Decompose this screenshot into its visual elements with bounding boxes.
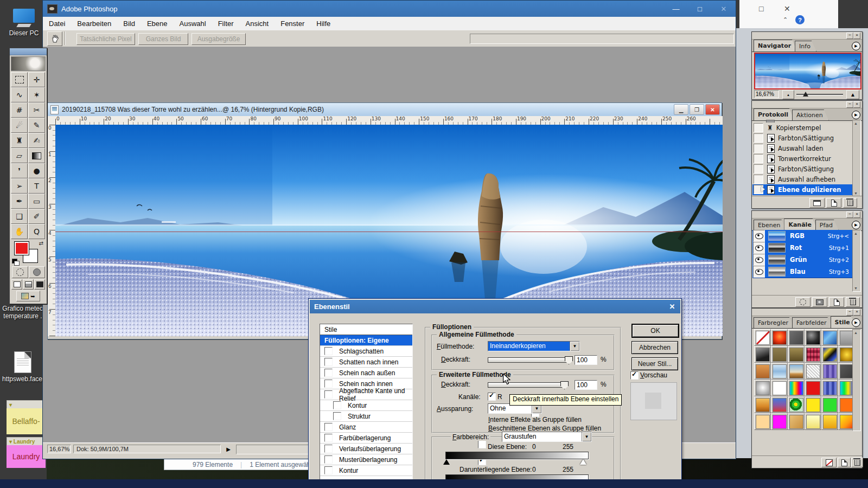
- style-swatch-blue-red[interactable]: [771, 396, 788, 413]
- tool-rect-marquee[interactable]: [11, 72, 28, 87]
- bg-maximize-icon[interactable]: □: [759, 4, 763, 13]
- channel-row-rot[interactable]: RotStrg+1: [752, 242, 853, 254]
- palette-minimize-icon[interactable]: −: [846, 33, 853, 39]
- tool-type[interactable]: T: [28, 178, 45, 194]
- style-swatch-red[interactable]: [805, 380, 821, 396]
- fill-opacity-slider-thumb[interactable]: [560, 381, 569, 389]
- zoom-slider-thumb[interactable]: [803, 92, 808, 97]
- photoshop-titlebar[interactable]: Adobe Photoshop — □ ✕: [43, 1, 736, 17]
- style-swatch-red-plaid[interactable]: [805, 346, 821, 363]
- styles-list-header[interactable]: Stile: [320, 324, 412, 335]
- zoom-out-button[interactable]: ▴: [782, 90, 794, 99]
- channels-scrollbar[interactable]: ▲▼: [852, 230, 861, 292]
- status-zoom-field[interactable]: 16,67%: [47, 445, 71, 453]
- palette-menu-icon[interactable]: ▶: [852, 318, 860, 327]
- opacity-slider-thumb[interactable]: [565, 356, 573, 364]
- channel-r-checkbox[interactable]: [488, 393, 496, 401]
- effect-checkbox[interactable]: [324, 369, 333, 377]
- tab-ebenen[interactable]: Ebenen: [754, 220, 786, 230]
- tool-dodge[interactable]: ●: [28, 163, 45, 178]
- history-item[interactable]: ♜Kopierstempel: [752, 123, 853, 133]
- history-item[interactable]: Auswahl laden: [752, 143, 853, 154]
- history-item[interactable]: Tonwertkorrektur: [752, 153, 853, 164]
- tab-aktionen[interactable]: Aktionen: [792, 110, 829, 120]
- tool-history-brush[interactable]: ✍: [28, 133, 45, 148]
- this-layer-white-slider[interactable]: [580, 459, 586, 465]
- style-swatch-yellow[interactable]: [805, 396, 821, 413]
- menu-hilfe[interactable]: Hilfe: [310, 20, 336, 28]
- tab-farbregler[interactable]: Farbregler: [754, 317, 794, 328]
- palette-menu-icon[interactable]: ▶: [852, 42, 860, 50]
- save-selection-button[interactable]: [812, 297, 827, 307]
- effect-checkbox[interactable]: [324, 358, 333, 366]
- style-swatch-green-target[interactable]: [788, 396, 805, 413]
- bg-help-icon[interactable]: ?: [795, 15, 805, 24]
- effect-checkbox[interactable]: [333, 412, 341, 420]
- style-swatch-blue-yellow-abstract[interactable]: [821, 346, 838, 363]
- history-item[interactable]: Farbton/Sättigung: [752, 164, 853, 175]
- blend-if-dropdown[interactable]: Graustufen ▼: [502, 432, 592, 442]
- dialog-titlebar[interactable]: Ebenenstil ✕: [310, 300, 680, 313]
- options-button-1[interactable]: Tatsächliche Pixel: [76, 33, 135, 45]
- toolbox-titlebar[interactable]: [10, 48, 47, 55]
- style-swatch-amber[interactable]: [754, 396, 771, 413]
- style-swatch-rainbow[interactable]: [788, 380, 805, 396]
- effect-item-struktur[interactable]: Struktur: [320, 411, 412, 422]
- history-item[interactable]: Farbton/Sättigung: [752, 133, 853, 144]
- opacity-field[interactable]: 100: [575, 355, 597, 365]
- menu-bearbeiten[interactable]: Bearbeiten: [71, 20, 117, 28]
- styles-scrollbar[interactable]: ▲: [852, 329, 861, 431]
- visibility-well[interactable]: [753, 254, 765, 266]
- style-swatch-copper[interactable]: [754, 363, 771, 380]
- options-button-3[interactable]: Ausgabegröße: [192, 33, 246, 45]
- navigator-zoom-field[interactable]: 16,67%: [754, 90, 779, 98]
- blend-mode-dropdown[interactable]: Ineinanderkopieren ▼: [488, 341, 580, 351]
- desktop-icon-dieser-pc[interactable]: Dieser PC: [3, 9, 44, 37]
- style-swatch-charcoal-gradient[interactable]: [754, 346, 771, 363]
- palette-close-icon[interactable]: ×: [853, 211, 860, 218]
- style-swatch-black-orb[interactable]: [805, 329, 821, 346]
- palette-titlebar[interactable]: − ×: [752, 309, 862, 316]
- swap-colors-icon[interactable]: ⇄: [39, 240, 43, 246]
- close-button[interactable]: ✕: [712, 1, 736, 16]
- palette-minimize-icon[interactable]: −: [846, 309, 853, 316]
- effect-checkbox[interactable]: [324, 445, 333, 453]
- tool-notes[interactable]: ❑: [11, 209, 28, 224]
- tool-paintbrush[interactable]: ✎: [28, 118, 45, 133]
- clear-style-button[interactable]: [821, 458, 837, 467]
- palette-menu-icon[interactable]: ▶: [852, 221, 860, 229]
- palette-close-icon[interactable]: ×: [853, 33, 860, 39]
- quickmask-mode-button[interactable]: [29, 266, 45, 278]
- menu-auswahl[interactable]: Auswahl: [174, 20, 212, 28]
- style-swatch-white[interactable]: [771, 380, 788, 396]
- style-swatch-sunset[interactable]: [788, 363, 805, 380]
- style-swatch-violet-stripes[interactable]: [821, 363, 838, 380]
- doc-restore-button[interactable]: ❐: [690, 104, 704, 115]
- style-swatch-peach[interactable]: [754, 413, 771, 430]
- effect-checkbox[interactable]: [324, 466, 333, 474]
- tool-pen[interactable]: ✒: [11, 194, 28, 209]
- history-options-button[interactable]: [809, 198, 825, 208]
- effect-item-schein-nach-au-en[interactable]: Schein nach außen: [320, 368, 412, 378]
- style-swatch-orange-glow[interactable]: [771, 329, 788, 346]
- style-swatch-olive[interactable]: [771, 346, 788, 363]
- status-popup-button[interactable]: ▶: [224, 445, 233, 453]
- tool-shape[interactable]: ▭: [28, 194, 45, 209]
- effect-item-schatten-nach-innen[interactable]: Schatten nach innen: [320, 357, 412, 368]
- style-swatch-green[interactable]: [821, 396, 838, 413]
- style-swatch-blue-glass[interactable]: [771, 363, 788, 380]
- this-layer-black-slider[interactable]: [443, 459, 450, 465]
- default-colors-icon[interactable]: [12, 259, 20, 265]
- history-scrollbar[interactable]: ▲▼: [852, 120, 861, 197]
- tool-slice[interactable]: ✂: [28, 102, 45, 118]
- tab-kanaele[interactable]: Kanäle: [784, 219, 817, 230]
- ok-button[interactable]: OK: [631, 324, 679, 338]
- delete-history-button[interactable]: [843, 198, 857, 208]
- effect-item-farb-berlagerung[interactable]: Farbüberlagerung: [320, 433, 412, 444]
- palette-close-icon[interactable]: ×: [853, 309, 860, 316]
- sticky-note-body[interactable]: Laundry: [7, 445, 46, 468]
- zoom-slider[interactable]: [796, 90, 843, 98]
- sticky-note-body[interactable]: Bellaffo-: [7, 408, 46, 434]
- doc-close-button[interactable]: ✕: [705, 104, 720, 115]
- style-swatch-white-noise[interactable]: [805, 363, 821, 380]
